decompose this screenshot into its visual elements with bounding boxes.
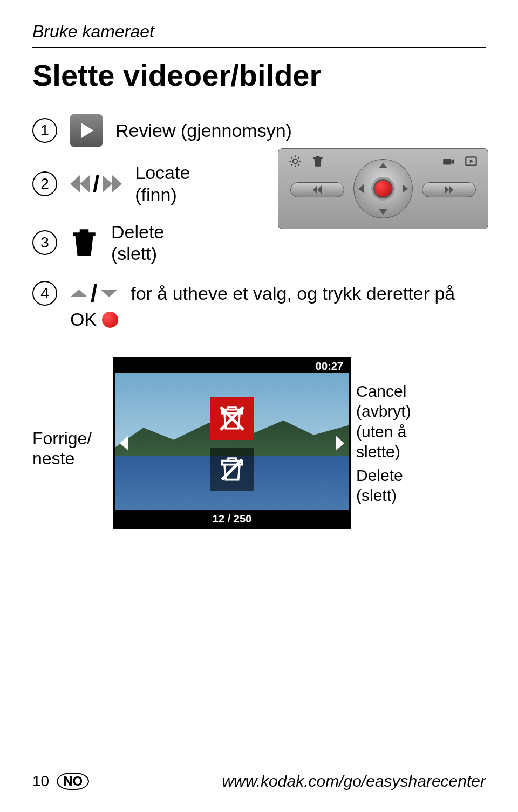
panel-right-icons	[441, 154, 478, 168]
svg-rect-1	[443, 159, 451, 165]
prev-next-label: Forrige/ neste	[32, 429, 108, 469]
gear-icon	[288, 154, 302, 168]
prev-arrow-icon	[120, 436, 128, 451]
record-dot-icon	[102, 312, 118, 328]
screen-time: 00:27	[115, 359, 349, 373]
language-badge: NO	[57, 773, 89, 790]
screen-counter: 12 / 250	[115, 510, 349, 527]
camera-icon	[441, 154, 455, 168]
step-4-label: for å utheve et valg, og trykk deretter …	[131, 283, 455, 305]
delete-l1: Delete	[356, 465, 442, 486]
step-2-label-sub: (finn)	[135, 184, 190, 206]
footer-url: www.kodak.com/go/easysharecenter	[222, 772, 486, 790]
record-button-icon	[371, 177, 395, 201]
cancel-delete-icon	[210, 397, 254, 440]
step-3-label-sub: (slett)	[111, 243, 164, 265]
step-num-3: 3	[32, 230, 57, 255]
nav-disc	[353, 159, 413, 218]
play-icon	[70, 114, 103, 147]
page-title: Slette videoer/bilder	[32, 58, 486, 93]
camera-control-panel	[278, 148, 488, 229]
ok-label: OK	[70, 309, 97, 330]
cancel-l2: (avbryt)	[356, 401, 442, 422]
page-number: 10	[32, 773, 49, 790]
step-1: 1 Review (gjennomsyn)	[32, 114, 486, 147]
divider	[32, 47, 486, 48]
right-pill-button	[422, 182, 476, 197]
cancel-l1: Cancel	[356, 381, 442, 402]
step-3-label: Delete	[111, 221, 164, 243]
panel-left-icons	[288, 154, 325, 168]
step-num-4: 4	[32, 281, 57, 306]
up-down-icon: /	[70, 280, 118, 307]
cancel-l3: (uten å	[356, 422, 442, 442]
step-1-label: Review (gjennomsyn)	[115, 120, 292, 142]
delete-l2: (slett)	[356, 485, 442, 506]
screen-illustration-row: Forrige/ neste 00:27 12 / 250 Cancel (av…	[32, 357, 486, 529]
svg-point-0	[293, 159, 298, 164]
step-4: 4 / for å utheve et valg, og trykk deret…	[32, 280, 486, 330]
right-labels: Cancel (avbryt) (uten å slette) Delete (…	[356, 381, 442, 506]
step-num-2: 2	[32, 171, 57, 196]
left-pill-button	[290, 182, 344, 197]
next-arrow-icon	[336, 436, 344, 451]
rewind-forward-icon: /	[70, 170, 122, 197]
confirm-delete-icon	[210, 448, 254, 491]
trash-icon	[70, 227, 98, 258]
step-num-1: 1	[32, 118, 57, 143]
trash-small-icon	[311, 154, 325, 168]
page-footer: 10 NO www.kodak.com/go/easysharecenter	[32, 772, 486, 790]
play-small-icon	[464, 154, 478, 168]
step-2-label: Locate	[135, 162, 190, 184]
prev-next-l2: neste	[32, 449, 108, 469]
cancel-l4: slette)	[356, 442, 442, 462]
breadcrumb: Bruke kameraet	[32, 22, 486, 42]
prev-next-l1: Forrige/	[32, 429, 108, 449]
camera-screen: 00:27 12 / 250	[113, 357, 351, 529]
